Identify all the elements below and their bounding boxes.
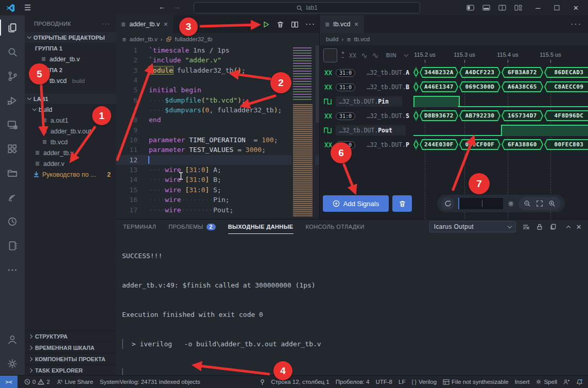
time-input[interactable] [458,198,503,209]
toggle-panel-icon[interactable] [482,5,490,11]
bus-format-icon[interactable] [349,53,357,58]
language-server-status[interactable]: SystemVerilog: 24731 indexed objects [100,379,200,385]
guide-item[interactable]: Руководство по ...2 [25,169,116,180]
problems-badge: 2 [206,224,216,230]
more-views-icon[interactable] [0,258,25,282]
notebook-icon[interactable] [0,233,25,258]
live-share-button[interactable]: Live Share [57,379,93,385]
encoding[interactable]: UTF-8 [375,379,392,385]
editor-group-waveform: ≣ tb.vcd ✕ ··· build› ≣ tb.vcd +− ∿ ∿ BI… [319,15,588,219]
analog-wave-icon[interactable]: ∿ [361,50,368,60]
tab-tb-vcd[interactable]: ≣ tb.vcd ✕ [320,15,364,33]
minimize-button[interactable]: ─ [535,4,540,12]
code-line: 10parameter TIME_OPERATION = 100; [116,135,319,145]
run-button[interactable] [262,21,270,28]
maximize-button[interactable]: ☐ [554,4,560,12]
insert-mode[interactable]: Insert [515,379,530,385]
section-outline[interactable]: СТРУКТУРА [25,330,116,342]
synthesis-status[interactable]: File not synthesizable [443,379,509,385]
customize-layout-icon[interactable] [514,5,522,11]
indentation[interactable]: Пробелов: 4 [336,379,370,385]
output-console[interactable]: SUCCESS!!! adder_tb.v:49: $finish called… [122,231,585,376]
file-adder-tb-v-out[interactable]: ≣adder_tb.v.out [25,126,116,137]
add-signals-button[interactable]: Add Signals [323,195,389,212]
folder-explorer-icon[interactable] [0,161,25,185]
run-debug-icon[interactable] [0,88,25,112]
maximize-panel-icon[interactable] [566,225,570,229]
signal-row-Pout[interactable]: …32_tb.DUT.Pout [320,123,412,138]
close-tab-icon[interactable]: ✕ [163,21,168,28]
close-panel-icon[interactable]: ✕ [576,223,582,231]
file-adder-v[interactable]: ≣adder.v [25,158,116,169]
back-arrow-icon[interactable]: ← [159,3,166,11]
serial-port-icon[interactable] [260,379,265,385]
wireless-icon[interactable] [0,185,25,209]
source-control-icon[interactable] [0,64,25,88]
section-task-explorer[interactable]: TASK EXPLORER [25,364,116,376]
zoom-out-icon[interactable] [524,200,531,207]
remote-explorer-icon[interactable] [0,112,25,137]
menu-icon[interactable]: ☰ [24,3,31,12]
zoom-plus-minus[interactable]: +− [341,50,344,60]
open-editor-adder-tb[interactable]: ≣adder_tb.v [25,54,116,64]
zoom-in-icon[interactable] [548,200,556,207]
toggle-sidebar-icon[interactable] [466,5,474,11]
workspace-root[interactable]: LAB1 [25,93,116,104]
language-mode[interactable]: { }Verilog [411,379,437,385]
settings-gear-icon[interactable] [0,351,25,376]
explorer-icon[interactable] [0,15,25,40]
color-swatch[interactable] [323,48,337,62]
signal-row-B[interactable]: 31:0 …32_tb.DUT.B [320,80,412,94]
minimap[interactable] [291,45,315,219]
history-icon[interactable] [0,209,25,233]
remote-indicator[interactable]: >< [0,376,18,388]
remove-signals-button[interactable] [392,195,412,212]
more-actions-icon[interactable]: ··· [305,20,315,29]
output-channel-select[interactable]: Icarus Output [429,221,516,232]
section-project-components[interactable]: КОМПОНЕНТЫ ПРОЕКТА [25,353,116,364]
open-in-editor-icon[interactable] [549,223,557,230]
account-icon[interactable] [0,327,25,351]
editor-group-1[interactable]: ГРУППА 1 [25,43,116,54]
close-tab-icon[interactable]: ✕ [354,21,359,28]
editor-scrollbar[interactable] [316,45,319,123]
sidebar-bottom-sections: СТРУКТУРА ВРЕМЕННАЯ ШКАЛА КОМПОНЕНТЫ ПРО… [25,330,116,376]
command-center-search[interactable]: lab1 [194,2,420,13]
analog-wave2-icon[interactable]: ∿ [372,50,378,60]
code-line: 2`include "adder.v" [116,55,319,65]
lock-icon[interactable] [536,223,543,230]
forward-arrow-icon[interactable]: → [173,3,180,11]
bus-signal-icon [324,84,333,90]
trash-icon[interactable] [276,21,284,28]
plus-circle-icon [333,200,340,207]
notifications-bell-icon[interactable] [576,379,583,385]
invite-icon[interactable] [563,379,570,385]
signal-row-A[interactable]: 31:0 …32_tb.DUT.A [320,65,412,80]
more-actions-icon[interactable]: ··· [570,15,582,33]
spell-checker[interactable]: Spell [535,379,557,385]
signal-row-Pin[interactable]: …32_tb.DUT.Pin [320,94,412,109]
tab-adder-tb-v[interactable]: ≣ adder_tb.v ✕ [116,15,174,33]
settings-gear-icon[interactable] [507,200,514,208]
section-timeline[interactable]: ВРЕМЕННАЯ ШКАЛА [25,342,116,353]
eol-sequence[interactable]: LF [399,379,405,385]
code-line: 6····$dumpfile("tb.vcd"); [116,95,319,105]
file-adder-tb-v[interactable]: ≣adder_tb.v [25,147,116,158]
file-tb-vcd[interactable]: ≣tb.vcd [25,137,116,147]
close-button[interactable]: ✕ [573,4,579,12]
radix-select[interactable]: BIN [386,52,396,58]
search-sidebar-icon[interactable] [0,40,25,64]
extensions-icon[interactable] [0,137,25,161]
sidebar-more-icon[interactable]: ··· [102,21,111,27]
clear-output-icon[interactable] [522,223,530,231]
reload-button[interactable] [441,197,454,210]
split-editor-icon[interactable] [291,21,299,28]
zoom-fit-icon[interactable] [536,200,543,207]
breadcrumb[interactable]: ≣ adder_tb.v› fulladder32_tb [116,33,319,45]
waveform-breadcrumb[interactable]: build› ≣ tb.vcd [320,33,588,45]
code-editor[interactable]: 1`timescale 1ns / 1ps 2`include "adder.v… [116,45,319,219]
toggle-secondary-sidebar-icon[interactable] [498,5,506,11]
signal-row-S[interactable]: 31:0 …32_tb.DUT.S [320,109,412,123]
open-editors-header[interactable]: ОТКРЫТЫЕ РЕДАКТОРЫ [25,32,116,43]
problems-status[interactable]: 0 2 [24,379,50,385]
